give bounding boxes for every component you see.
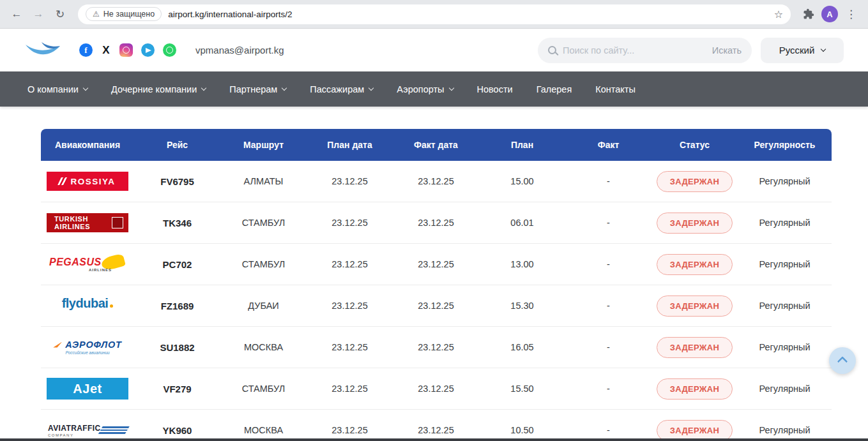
facebook-icon[interactable]: f <box>79 43 93 57</box>
plan-time: 10.50 <box>479 425 565 435</box>
column-header-regularity: Регулярность <box>738 140 832 150</box>
status-cell: ЗАДЕРЖАН <box>651 213 738 234</box>
airline-logo: AVIATRAFFIC COMPANY <box>47 421 128 440</box>
contact-email[interactable]: vpmanas@airport.kg <box>195 45 284 56</box>
airline-logo-subtext: COMPANY <box>48 433 73 437</box>
airline-logo-text: AVIATRAFFIC <box>48 424 101 433</box>
plan-date: 23.12.25 <box>307 259 393 269</box>
route: МОСКВА <box>220 425 307 435</box>
airline-logo: flydubai <box>47 296 128 315</box>
table-header-row: Авиакомпания Рейс Маршрут План дата Факт… <box>41 129 832 161</box>
table-row: TURKISH AIRLINES TK346 СТАМБУЛ 23.12.25 … <box>41 202 832 244</box>
plan-date: 23.12.25 <box>307 342 393 352</box>
nav-item-passengers[interactable]: Пассажирам <box>310 84 373 94</box>
airline-logo-subtext: AIRLINES <box>89 268 112 272</box>
nav-label: Пассажирам <box>310 84 364 94</box>
profile-avatar[interactable]: A <box>821 6 838 22</box>
airline-logo-text: ROSSIYA <box>70 177 115 186</box>
column-header-flight: Рейс <box>134 140 220 150</box>
airline-logo: AJet <box>47 378 128 400</box>
flight-number: TK346 <box>134 218 220 228</box>
route: АЛМАТЫ <box>220 176 307 186</box>
status-badge: ЗАДЕРЖАН <box>657 171 733 192</box>
table-row: AVIATRAFFIC COMPANY YK960 МОСКВА 23.12.2… <box>41 410 832 441</box>
nav-item-airports[interactable]: Аэропорты <box>397 84 453 94</box>
fact-time: - <box>565 301 651 311</box>
status-cell: ЗАДЕРЖАН <box>651 420 738 441</box>
airline-cell: АЭРОФЛОТ Российские авиалинии <box>41 338 134 357</box>
nav-label: Дочерние компании <box>111 84 197 94</box>
fact-time: - <box>565 218 651 228</box>
nav-label: Новости <box>477 84 513 94</box>
regularity: Регулярный <box>738 301 832 311</box>
airline-logo-text: АЭРОФЛОТ <box>53 340 122 350</box>
security-chip-label: Не защищено <box>103 10 155 19</box>
airline-cell: ROSSIYA <box>41 172 134 191</box>
plan-date: 23.12.25 <box>307 425 393 435</box>
fact-time: - <box>565 176 651 186</box>
airline-logo: PEGASUS AIRLINES <box>47 254 128 274</box>
chevron-down-icon <box>448 86 453 91</box>
plan-time: 06.01 <box>479 218 565 228</box>
fact-time: - <box>565 425 651 435</box>
airline-logo-text: TURKISH <box>54 215 88 223</box>
site-logo[interactable] <box>24 41 61 60</box>
plan-time: 16.05 <box>479 342 565 352</box>
nav-item-subsidiaries[interactable]: Дочерние компании <box>111 84 206 94</box>
regularity: Регулярный <box>738 425 832 435</box>
column-header-fact-date: Факт дата <box>393 140 479 150</box>
security-chip[interactable]: ⚠ Не защищено <box>86 7 162 21</box>
search-button[interactable]: Искать <box>712 45 742 56</box>
column-header-airline: Авиакомпания <box>41 140 134 150</box>
column-header-plan-date: План дата <box>307 140 393 150</box>
route: СТАМБУЛ <box>220 384 307 394</box>
telegram-icon[interactable] <box>141 43 155 57</box>
flight-number: FZ1689 <box>134 301 220 311</box>
nav-label: Контакты <box>595 84 636 94</box>
chevron-down-icon <box>369 86 374 91</box>
nav-item-partners[interactable]: Партнерам <box>229 84 286 94</box>
nav-label: Аэропорты <box>397 84 444 94</box>
route: СТАМБУЛ <box>220 259 307 269</box>
site-header: f X vpmanas@airport.kg Искать Русский <box>0 29 868 71</box>
route: МОСКВА <box>220 342 307 352</box>
table-row: ROSSIYA FV6795 АЛМАТЫ 23.12.25 23.12.25 … <box>41 161 832 202</box>
x-twitter-icon[interactable]: X <box>101 43 111 57</box>
table-rows: ROSSIYA FV6795 АЛМАТЫ 23.12.25 23.12.25 … <box>41 161 832 441</box>
nav-item-gallery[interactable]: Галерея <box>537 84 572 94</box>
regularity: Регулярный <box>738 259 832 269</box>
table-row: PEGASUS AIRLINES PC702 СТАМБУЛ 23.12.25 … <box>41 244 832 285</box>
address-bar[interactable]: ⚠ Не защищено airport.kg/international-a… <box>78 4 791 24</box>
forward-icon[interactable]: → <box>29 5 47 23</box>
whatsapp-icon[interactable] <box>163 43 176 57</box>
status-cell: ЗАДЕРЖАН <box>651 171 738 192</box>
bookmark-star-icon[interactable]: ☆ <box>774 8 783 20</box>
fact-date: 23.12.25 <box>393 342 479 352</box>
fact-date: 23.12.25 <box>393 259 479 269</box>
footer-edge <box>0 438 868 441</box>
back-icon[interactable]: ← <box>8 5 26 23</box>
reload-icon[interactable]: ↻ <box>51 5 69 23</box>
status-cell: ЗАДЕРЖАН <box>651 295 738 317</box>
column-header-fact: Факт <box>565 140 651 150</box>
extensions-icon[interactable] <box>800 5 818 23</box>
flight-number: VF279 <box>134 384 220 394</box>
site-search: Искать <box>538 38 752 63</box>
scroll-to-top-button[interactable] <box>829 347 856 374</box>
status-badge: ЗАДЕРЖАН <box>657 295 733 317</box>
route: СТАМБУЛ <box>220 218 307 228</box>
airline-logo: ROSSIYA <box>47 172 128 191</box>
fact-date: 23.12.25 <box>393 176 479 186</box>
status-cell: ЗАДЕРЖАН <box>651 254 738 275</box>
flight-number: FV6795 <box>134 176 220 187</box>
flights-table: Авиакомпания Рейс Маршрут План дата Факт… <box>41 129 832 441</box>
plan-date: 23.12.25 <box>307 384 393 394</box>
nav-item-contacts[interactable]: Контакты <box>595 84 636 94</box>
fact-date: 23.12.25 <box>393 218 479 228</box>
browser-menu-icon[interactable]: ⋮ <box>842 8 860 21</box>
search-input[interactable] <box>563 45 706 56</box>
nav-item-news[interactable]: Новости <box>477 84 513 94</box>
instagram-icon[interactable] <box>119 43 133 57</box>
language-selector[interactable]: Русский <box>761 38 844 63</box>
nav-item-about[interactable]: О компании <box>27 84 88 94</box>
